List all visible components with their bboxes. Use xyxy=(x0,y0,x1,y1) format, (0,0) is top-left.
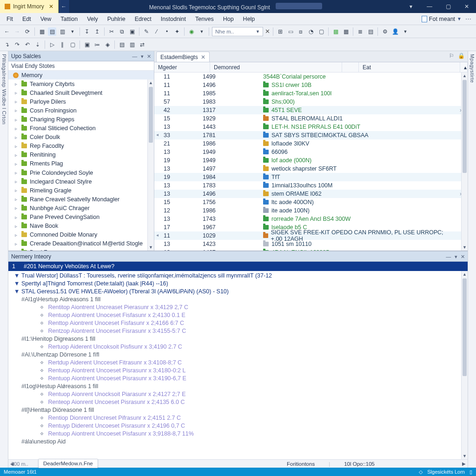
expand-icon[interactable]: ▹ xyxy=(13,179,19,184)
clear-scope-icon[interactable]: ✕ xyxy=(265,28,270,35)
editor-tab-close-icon[interactable]: ✕ xyxy=(201,54,205,60)
scroll-down-icon[interactable]: ▼ xyxy=(462,244,468,251)
panel-icon[interactable]: ▥ xyxy=(58,27,66,36)
right-rail[interactable]: Mpagystirte xyxy=(468,51,476,468)
status-right2[interactable]: ▯ xyxy=(469,469,472,475)
disclosure-icon[interactable]: ▼ xyxy=(14,272,20,280)
scroll-thumb[interactable] xyxy=(149,87,153,143)
log-line[interactable]: ⋄ Rentuyp Diderent Uncoeset Pisrasunr x … xyxy=(8,422,468,430)
table-row[interactable]: 13 1496 stem ORfAME I062 › xyxy=(154,190,468,198)
log-line[interactable]: ⋄ Renteop Aionrent Uncoeset Pisrasunr x … xyxy=(8,398,468,406)
menu-instodnint[interactable]: Instodnint xyxy=(156,13,191,25)
tree-item[interactable]: ▹ Prie Colondeycled Soyle xyxy=(8,168,154,177)
expand-icon[interactable]: ▹ xyxy=(13,232,19,238)
chevron-down-icon[interactable]: ▼ xyxy=(198,27,206,36)
brush-icon[interactable]: ∕ xyxy=(152,27,161,36)
play-icon[interactable]: ▷ xyxy=(48,40,56,49)
table-row[interactable]: 15 1756 ltc aode 400ON) xyxy=(154,198,468,206)
tree-item[interactable]: ▹ Crerade Deaaition@inaticol M@ertid Sto… xyxy=(8,239,154,248)
close-button[interactable]: ✕ xyxy=(457,0,476,13)
tool-icon-2[interactable]: ▭ xyxy=(286,27,295,36)
step-over-icon[interactable]: ↷ xyxy=(13,40,21,49)
active-document-pill[interactable]: DeaderMedow.n.Fne xyxy=(38,459,98,468)
table-row[interactable]: ◂33 1781 SAT SBYS SITBECIMGKTAL GBSAA xyxy=(154,131,468,139)
log-line[interactable]: #l1:\Henitop Digreasons 1 fill xyxy=(8,335,468,343)
sort-desc-icon[interactable]: ↥ xyxy=(93,27,101,36)
disclosure-icon[interactable]: ▼ xyxy=(14,288,20,296)
tree-item[interactable]: ▹ Rimeling Gragle xyxy=(8,186,154,195)
expand-icon[interactable]: ▹ xyxy=(13,135,19,140)
expand-icon[interactable]: ▹ xyxy=(13,81,19,86)
tree-item[interactable]: ▹ Rane Creavel Seatvelly Mondagler xyxy=(8,195,154,204)
scroll-thumb[interactable] xyxy=(463,80,467,173)
window-dropdown[interactable]: ▾ xyxy=(402,0,420,13)
expand-icon[interactable]: ▹ xyxy=(13,241,19,246)
edit-icon[interactable]: ✎ xyxy=(142,27,151,36)
tree-item[interactable]: ▹ Nunbhge AsiC Chrager xyxy=(8,204,154,212)
log-line[interactable]: ▼STAL Geress1.51 0VE HWLEE-AWoelor) (Tbr… xyxy=(8,288,468,296)
col-header-scroll[interactable]: ▴ xyxy=(460,62,468,72)
status-right1[interactable]: Slgesickéts Lorn xyxy=(427,469,465,475)
tree-item[interactable]: ▹ Inclegard Ctneaol Stylre xyxy=(8,177,154,186)
tree-item[interactable]: ▹ Pane Preved CevingSation xyxy=(8,213,154,222)
editor-scrollbar[interactable]: ▲ ▼ xyxy=(461,73,468,251)
menu-help[interactable]: Help xyxy=(238,13,260,25)
cut-icon[interactable]: ✂ xyxy=(107,27,116,36)
bookmark-icon[interactable]: ⚐ xyxy=(449,53,454,59)
log-line[interactable]: #Al1g\Hesrtup Aidreasons 1 fill xyxy=(8,296,468,304)
lock-icon[interactable]: 🔒 xyxy=(458,53,465,59)
scope-selector[interactable]: Nhe m..▼ xyxy=(212,27,263,36)
sort-asc-icon[interactable]: ↧ xyxy=(83,27,91,36)
tree-item[interactable]: ▹ Rep Facodlty xyxy=(8,142,154,151)
list-icon[interactable]: ▤ xyxy=(118,40,126,49)
log-line[interactable]: #Al.\Uhentzap Dörresone 1 fífl xyxy=(8,351,468,359)
log-line[interactable]: ⋄ Rentuop Aionrent Unocksoit Piarasunr x… xyxy=(8,390,468,398)
log-line[interactable]: #ll]\Henttap Diöreasone 1 fill xyxy=(8,406,468,414)
expand-icon[interactable]: ▹ xyxy=(13,250,19,251)
log-line[interactable]: ⋄ Rentuop Aiontrent Uncoeset Pisrasunr x… xyxy=(8,375,468,383)
scroll-down-icon[interactable]: ▼ xyxy=(462,453,468,459)
expand-icon[interactable]: ▹ xyxy=(13,117,19,122)
nav-back-icon[interactable]: ← xyxy=(3,27,11,36)
user-icon[interactable]: 👤 xyxy=(391,27,399,36)
run-icon[interactable]: ◉ xyxy=(187,27,196,36)
scroll-down-icon[interactable]: ▼ xyxy=(148,244,154,251)
table-row[interactable]: 21 1986 lofIaode 3l0KV xyxy=(154,139,468,148)
expand-icon[interactable]: ▹ xyxy=(13,224,19,229)
tree-item[interactable]: ▹ Chaarled Snuilt Devegtment xyxy=(8,88,154,97)
log-line[interactable]: ▼Sperttyl a]Thignd Tomorrest (Dete:talal… xyxy=(8,280,468,288)
tree-item[interactable]: ▹ Parloye Dilers xyxy=(8,97,154,106)
table-row[interactable]: 13 1423 1051 sm 10110 xyxy=(154,240,468,248)
expand-icon[interactable]: ▹ xyxy=(13,170,19,175)
tool-icon-4[interactable]: ◔ xyxy=(307,27,315,36)
copy-icon[interactable]: ⧉ xyxy=(118,27,126,36)
tree-item[interactable]: ▹ Teamiory Citybrts xyxy=(8,79,154,88)
menu-vew[interactable]: Vew xyxy=(36,13,56,25)
config-icon[interactable]: ⚙ xyxy=(381,27,389,36)
menu-puhlrie[interactable]: Puhlrie xyxy=(103,13,130,25)
stop-icon[interactable]: ▢ xyxy=(68,40,77,49)
tree-item[interactable]: ▹ Comnoned Doible Monary xyxy=(8,231,154,239)
table-row[interactable]: 13 1497 wetlock shaprster SF6RT xyxy=(154,165,468,173)
log-line[interactable]: ⋄ Rentuop Aiontrent Uncoeset Pisfasunr x… xyxy=(8,430,468,438)
tool-icon-5[interactable]: ▢ xyxy=(317,27,325,36)
tree-item[interactable]: ▹ Nave Book xyxy=(8,222,154,231)
log-line[interactable]: #ála\unestiop Aid xyxy=(8,438,468,446)
table-row[interactable]: 57 1983 Shs;000) xyxy=(154,98,468,106)
expand-icon[interactable]: ▹ xyxy=(13,215,19,220)
col-header-2[interactable]: Demonred xyxy=(210,62,342,72)
table-row[interactable]: 11 1985 aenliract-Toral,sen 100l xyxy=(154,89,468,98)
menu-tattion[interactable]: Tattion xyxy=(56,13,82,25)
output-close-icon[interactable]: ✕ xyxy=(461,254,465,259)
format-overflow-icon[interactable]: ⋯ xyxy=(465,15,471,22)
menu-edt[interactable]: Edt xyxy=(18,13,36,25)
wand-icon[interactable]: ✦ xyxy=(173,27,181,36)
tool-icon-6[interactable]: ▦ xyxy=(342,27,350,36)
tree-item[interactable]: ▹ Brad Foom xyxy=(8,248,154,251)
expand-icon[interactable]: ▹ xyxy=(13,90,19,95)
col-header-4[interactable]: Eat xyxy=(359,62,460,72)
menu-edrect[interactable]: Edrect xyxy=(130,13,156,25)
expand-icon[interactable]: ▹ xyxy=(13,126,19,131)
menu-flt[interactable]: Flt xyxy=(2,13,18,25)
title-search-pill[interactable] xyxy=(276,3,322,9)
